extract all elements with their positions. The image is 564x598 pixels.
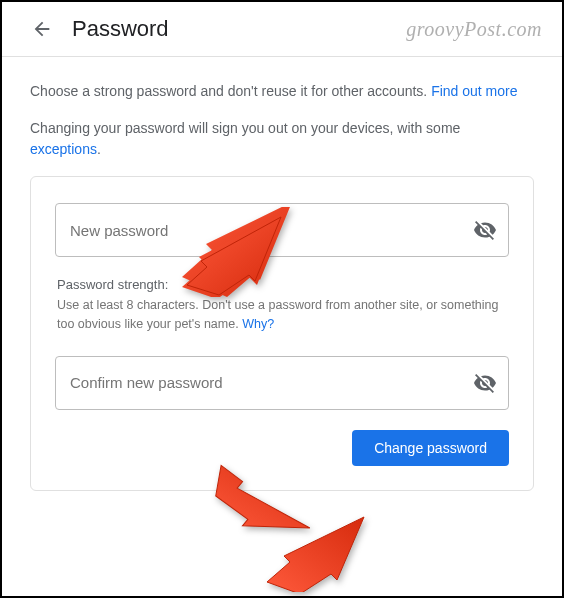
visibility-off-icon[interactable] [473, 371, 497, 395]
why-link[interactable]: Why? [242, 317, 274, 331]
watermark: groovyPost.com [406, 18, 542, 41]
content-area: Choose a strong password and don't reuse… [2, 57, 562, 503]
visibility-off-icon[interactable] [473, 218, 497, 242]
strength-hint: Use at least 8 characters. Don't use a p… [57, 296, 507, 334]
intro-text-2: Changing your password will sign you out… [30, 120, 460, 136]
new-password-input[interactable] [55, 203, 509, 257]
intro-paragraph-2: Changing your password will sign you out… [30, 118, 534, 160]
intro-paragraph-1: Choose a strong password and don't reuse… [30, 81, 534, 102]
new-password-wrap [55, 203, 509, 257]
annotation-arrow-3 [262, 512, 372, 592]
exceptions-link[interactable]: exceptions [30, 141, 97, 157]
header: Password groovyPost.com [2, 2, 562, 57]
intro-text-1: Choose a strong password and don't reuse… [30, 83, 431, 99]
back-arrow-icon[interactable] [30, 17, 54, 41]
change-password-button[interactable]: Change password [352, 430, 509, 466]
strength-hint-text: Use at least 8 characters. Don't use a p… [57, 298, 499, 331]
period: . [97, 141, 101, 157]
find-out-more-link[interactable]: Find out more [431, 83, 517, 99]
strength-label: Password strength: [57, 277, 507, 292]
page-title: Password [72, 16, 406, 42]
confirm-password-wrap [55, 356, 509, 410]
confirm-password-input[interactable] [55, 356, 509, 410]
password-strength-section: Password strength: Use at least 8 charac… [55, 277, 509, 334]
password-form-panel: Password strength: Use at least 8 charac… [30, 176, 534, 491]
button-row: Change password [55, 430, 509, 466]
